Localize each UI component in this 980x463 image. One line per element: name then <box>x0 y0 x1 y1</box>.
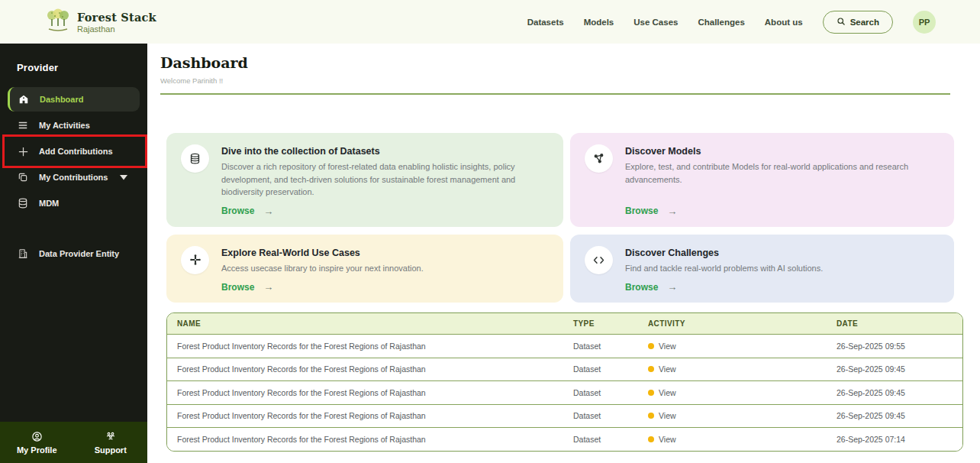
card-use-cases[interactable]: Explore Real-World Use Cases Access usec… <box>166 235 563 303</box>
footer-item-label: Support <box>95 445 127 455</box>
copy-icon <box>17 171 29 183</box>
nav-about-us[interactable]: About us <box>765 18 803 27</box>
sidebar-item-label: Data Provider Entity <box>39 249 119 258</box>
cell-name: Forest Product Inventory Records for the… <box>167 388 563 397</box>
sidebar-footer: My Profile Support <box>0 422 147 463</box>
table-row[interactable]: Forest Product Inventory Records for the… <box>167 334 962 358</box>
table-header-row: NAME TYPE ACTIVITY DATE <box>167 313 962 334</box>
browse-use-cases-link[interactable]: Browse → <box>221 274 550 293</box>
card-models[interactable]: Discover Models Explore, test, and contr… <box>570 133 954 227</box>
card-description: Explore, test, and contribute Models for… <box>625 160 940 186</box>
nav-datasets[interactable]: Datasets <box>527 18 564 27</box>
cell-activity: View <box>638 435 827 444</box>
sidebar-item-add-contributions[interactable]: Add Contributions <box>8 139 140 164</box>
activity-label: View <box>659 342 676 351</box>
cell-date: 26-Sep-2025 09:45 <box>827 388 962 397</box>
sidebar-item-dashboard[interactable]: Dashboard <box>8 87 140 112</box>
card-title: Discover Challenges <box>625 248 940 258</box>
status-dot <box>648 390 654 396</box>
activity-label: View <box>659 364 676 374</box>
divider <box>160 93 950 95</box>
card-challenges[interactable]: Discover Challenges Find and tackle real… <box>570 235 954 303</box>
column-header-date: DATE <box>827 319 962 328</box>
sidebar-item-data-provider-entity[interactable]: Data Provider Entity <box>8 241 140 266</box>
browse-label: Browse <box>625 206 658 216</box>
browse-models-link[interactable]: Browse → <box>625 199 940 217</box>
database-icon <box>181 144 209 173</box>
table-row[interactable]: Forest Product Inventory Records for the… <box>167 427 962 451</box>
browse-challenges-link[interactable]: Browse → <box>625 274 940 293</box>
user-circle-icon <box>31 431 43 443</box>
card-description: Access usecase library to inspire your n… <box>221 262 550 275</box>
cell-name: Forest Product Inventory Records for the… <box>167 435 563 444</box>
database-icon <box>17 197 29 209</box>
table-row[interactable]: Forest Product Inventory Records for the… <box>167 358 962 381</box>
brand[interactable]: Forest Stack Rajasthan <box>46 7 156 37</box>
code-icon <box>585 246 613 274</box>
nav-use-cases[interactable]: Use Cases <box>633 18 678 27</box>
avatar[interactable]: PP <box>913 11 936 34</box>
arrow-right-icon: → <box>667 281 677 293</box>
table-row[interactable]: Forest Product Inventory Records for the… <box>167 404 962 428</box>
cell-type: Dataset <box>563 342 638 351</box>
move-cross-icon <box>181 246 209 274</box>
search-label: Search <box>850 18 879 27</box>
status-dot <box>648 413 654 419</box>
top-nav: Datasets Models Use Cases Challenges Abo… <box>527 11 936 34</box>
activity-label: View <box>659 411 676 420</box>
card-title: Dive into the collection of Datasets <box>221 146 550 157</box>
card-datasets[interactable]: Dive into the collection of Datasets Dis… <box>166 133 563 227</box>
page-title: Dashboard <box>160 54 963 71</box>
forest-trees-icon <box>46 7 70 37</box>
brand-title: Forest Stack <box>77 11 156 24</box>
brand-subtitle: Rajasthan <box>77 24 156 34</box>
browse-datasets-link[interactable]: Browse → <box>221 199 550 217</box>
card-description: Discover a rich repository of forest-rel… <box>221 160 550 199</box>
arrow-right-icon: → <box>263 206 273 217</box>
cell-type: Dataset <box>563 388 638 397</box>
nav-models[interactable]: Models <box>584 18 614 27</box>
activity-label: View <box>659 388 676 397</box>
my-profile-button[interactable]: My Profile <box>0 431 74 455</box>
caret-down-icon[interactable] <box>120 173 127 182</box>
support-button[interactable]: Support <box>74 431 148 455</box>
sidebar-item-label: MDM <box>39 199 59 208</box>
cell-activity: View <box>638 342 827 351</box>
table-body: Forest Product Inventory Records for the… <box>167 334 962 451</box>
browse-label: Browse <box>221 282 254 293</box>
cell-type: Dataset <box>563 411 638 420</box>
cell-date: 26-Sep-2025 09:55 <box>827 342 962 351</box>
table-row[interactable]: Forest Product Inventory Records for the… <box>167 380 962 404</box>
activity-table: NAME TYPE ACTIVITY DATE Forest Product I… <box>166 312 963 452</box>
app-root: Forest Stack Rajasthan Datasets Models U… <box>0 0 980 463</box>
sidebar-item-my-contributions[interactable]: My Contributions <box>8 165 140 189</box>
cell-date: 26-Sep-2025 09:45 <box>827 364 962 374</box>
cell-name: Forest Product Inventory Records for the… <box>167 411 563 420</box>
sidebar-item-label: My Contributions <box>39 173 108 182</box>
feature-cards: Dive into the collection of Datasets Dis… <box>166 133 954 303</box>
search-icon <box>837 17 846 28</box>
cell-activity: View <box>638 364 827 374</box>
sidebar-item-label: Add Contributions <box>39 147 113 156</box>
nav-challenges[interactable]: Challenges <box>698 18 744 27</box>
cell-type: Dataset <box>563 435 638 444</box>
card-description: Find and tackle real-world problems with… <box>625 262 940 275</box>
browse-label: Browse <box>221 206 254 216</box>
share-network-icon <box>585 144 613 173</box>
sidebar-item-label: My Activities <box>39 121 90 130</box>
sidebar-nav: Dashboard My Activities Add Contribution… <box>0 86 147 422</box>
sidebar: Provider Dashboard My Activities <box>0 44 147 463</box>
plus-icon <box>17 145 29 157</box>
sidebar-item-my-activities[interactable]: My Activities <box>8 113 140 138</box>
search-button[interactable]: Search <box>823 11 893 34</box>
people-icon <box>105 431 117 443</box>
cell-name: Forest Product Inventory Records for the… <box>167 364 563 374</box>
cell-name: Forest Product Inventory Records for the… <box>167 342 563 351</box>
column-header-type: TYPE <box>563 319 638 328</box>
status-dot <box>648 366 654 372</box>
card-title: Discover Models <box>625 146 940 157</box>
arrow-right-icon: → <box>667 206 677 217</box>
column-header-activity: ACTIVITY <box>638 319 827 328</box>
sidebar-item-mdm[interactable]: MDM <box>8 191 140 215</box>
sidebar-item-label: Dashboard <box>40 95 83 104</box>
